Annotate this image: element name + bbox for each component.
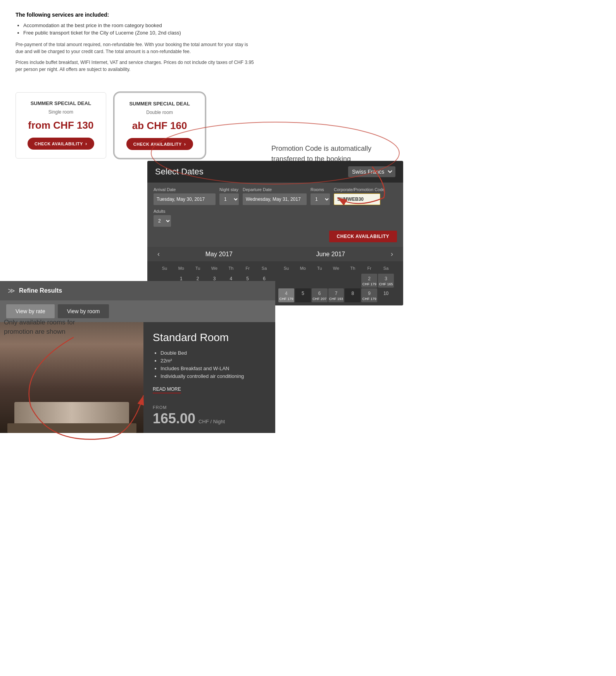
cal-day-price[interactable]: 6 CHF 207 <box>312 288 328 302</box>
refine-icon: ≫ <box>8 286 15 295</box>
calendar-months: May 2017 June 2017 <box>164 251 387 258</box>
promo-code-label: Corporate/Promotion Code <box>334 187 385 192</box>
rooms-label: Rooms <box>311 187 330 192</box>
room-image-container: 🔍 <box>0 322 143 433</box>
services-heading: The following services are included: <box>16 12 256 18</box>
calendar-next-btn[interactable]: › <box>387 250 397 258</box>
from-label: FROM <box>153 405 266 410</box>
night-stay-select[interactable]: 123 <box>219 193 239 205</box>
form-row: Arrival Date Night stay 123 Departure Da… <box>154 187 397 227</box>
only-available-note: Only available rooms for promotion are s… <box>4 318 81 336</box>
deal-card-double: SUMMER SPECIAL DEAL Double room ab CHF 1… <box>114 92 205 159</box>
booking-form: Arrival Date Night stay 123 Departure Da… <box>147 183 403 247</box>
read-more-link[interactable]: READ MORE <box>153 386 181 393</box>
check-availability-btn-1[interactable]: CHECK AVAILABILITY › <box>28 138 94 150</box>
cal-day[interactable]: 10 <box>378 288 394 302</box>
cal-day-price[interactable]: 7 CHF 193 <box>328 288 344 302</box>
promo-code-input[interactable] <box>334 193 380 205</box>
tab-view-by-rate[interactable]: View by rate <box>6 304 55 318</box>
arrow-icon-2: › <box>184 141 186 147</box>
room-feature-4: Individually controlled air conditioning <box>160 373 266 379</box>
prices-text: Prices include buffet breakfast, WIFI In… <box>16 59 256 73</box>
room-info: Standard Room Double Bed 22m² Includes B… <box>143 322 275 433</box>
rooms-group: Rooms 12 <box>311 187 330 205</box>
deal-price-2: ab CHF 160 <box>126 120 193 132</box>
deal-title-2: SUMMER SPECIAL DEAL <box>126 101 193 107</box>
rooms-select[interactable]: 12 <box>311 193 330 205</box>
room-features: Double Bed 22m² Includes Breakfast and W… <box>160 350 266 379</box>
deal-title-1: SUMMER SPECIAL DEAL <box>28 100 94 106</box>
tab-view-by-room[interactable]: View by room <box>58 304 109 318</box>
services-list: Accommodation at the best price in the r… <box>23 22 256 36</box>
arrival-date-input[interactable] <box>154 193 216 205</box>
cal-day-price[interactable]: 2 CHF 179 <box>361 274 377 288</box>
check-availability-big-btn[interactable]: CHECK AVAILABILITY <box>329 231 397 242</box>
cal-day-price[interactable]: 3 CHF 165 <box>378 274 394 288</box>
calendar-month1-title: May 2017 <box>205 251 233 258</box>
may-weekdays: Su Mo Tu We Th Fr Sa <box>157 264 272 272</box>
booking-engine-header: Select Dates Swiss Francs EUR USD <box>147 161 403 183</box>
prepayment-text: Pre-payment of the total amount required… <box>16 41 256 55</box>
deal-price-1: from CHF 130 <box>28 119 94 131</box>
departure-date-input[interactable] <box>243 193 307 205</box>
calendar-month2-title: June 2017 <box>316 251 345 258</box>
calendar-prev-btn[interactable]: ‹ <box>154 250 164 258</box>
services-section: The following services are included: Acc… <box>0 0 271 84</box>
booking-engine-title: Select Dates <box>155 167 204 177</box>
service-item-1: Accommodation at the best price in the r… <box>23 22 256 28</box>
cal-day-price[interactable]: 9 CHF 179 <box>361 288 377 302</box>
departure-date-group: Departure Date <box>243 187 307 205</box>
arrival-date-label: Arrival Date <box>154 187 216 192</box>
departure-date-label: Departure Date <box>243 187 307 192</box>
room-feature-2: 22m² <box>160 358 266 364</box>
room-image <box>0 322 143 433</box>
june-days: 2 CHF 179 3 CHF 165 4 CHF 179 5 6 <box>278 274 394 302</box>
night-stay-group: Night stay 123 <box>219 187 239 205</box>
deal-cards-container: SUMMER SPECIAL DEAL Single room from CHF… <box>16 92 287 159</box>
adults-label: Adults <box>154 209 171 214</box>
deal-room-type-1: Single room <box>28 109 94 115</box>
arrow-icon-1: › <box>85 141 87 147</box>
deal-card-single: SUMMER SPECIAL DEAL Single room from CHF… <box>16 92 106 159</box>
calendar-nav: ‹ May 2017 June 2017 › <box>147 247 403 261</box>
deal-room-type-2: Double room <box>126 110 193 115</box>
calendar-june: Su Mo Tu We Th Fr Sa 2 <box>275 264 397 302</box>
service-item-2: Free public transport ticket for the Cit… <box>23 30 256 36</box>
cal-day[interactable]: 5 <box>295 288 311 302</box>
room-feature-1: Double Bed <box>160 350 266 356</box>
room-name: Standard Room <box>153 331 266 344</box>
room-price-section: FROM 165.00 CHF / Night <box>153 405 266 427</box>
cal-day[interactable]: 8 <box>345 288 361 302</box>
currency-select[interactable]: Swiss Francs EUR USD <box>348 166 395 177</box>
arrival-date-group: Arrival Date <box>154 187 216 205</box>
promo-code-group: Corporate/Promotion Code <box>334 187 385 205</box>
adults-group: Adults 213 <box>154 209 171 227</box>
cal-day-price[interactable]: 4 CHF 179 <box>278 288 294 302</box>
lower-section: ≫ Refine Results View by rate View by ro… <box>0 281 275 433</box>
adults-select[interactable]: 213 <box>154 215 171 227</box>
check-availability-btn-2[interactable]: CHECK AVAILABILITY › <box>126 138 193 150</box>
refine-label: Refine Results <box>19 287 62 294</box>
room-feature-3: Includes Breakfast and W-LAN <box>160 366 266 371</box>
room-listing: 🔍 Standard Room Double Bed 22m² Includes… <box>0 322 275 433</box>
refine-bar: ≫ Refine Results <box>0 281 275 300</box>
price-amount: 165.00 <box>153 410 195 427</box>
price-unit: CHF / Night <box>198 419 225 424</box>
night-stay-label: Night stay <box>219 187 239 192</box>
price-display: 165.00 CHF / Night <box>153 410 266 427</box>
june-weekdays: Su Mo Tu We Th Fr Sa <box>278 264 394 272</box>
